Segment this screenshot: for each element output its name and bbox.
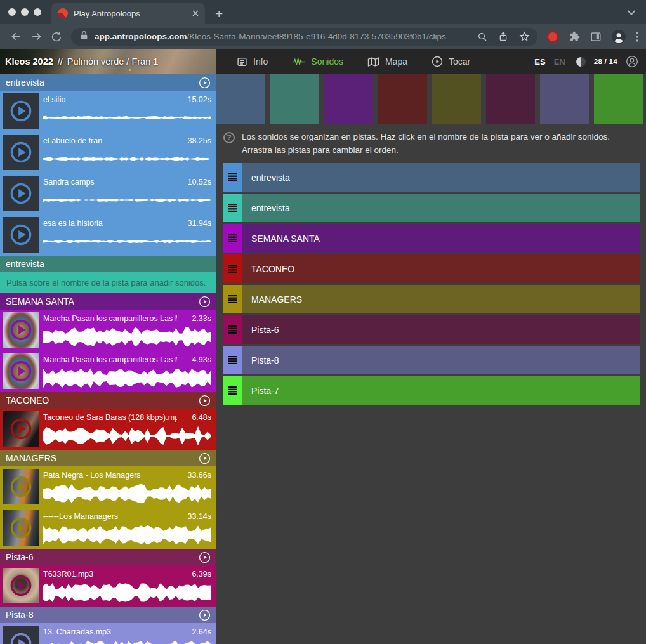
drag-handle[interactable] xyxy=(223,224,242,253)
window-zoom-button[interactable] xyxy=(34,8,41,16)
drag-handle[interactable] xyxy=(223,376,242,405)
track-header-label[interactable]: Pista-6 xyxy=(6,552,199,562)
drag-handle[interactable] xyxy=(223,254,242,283)
clip-item[interactable]: Marcha Pasan los campanilleros Las Mejor… xyxy=(0,310,216,351)
nav-mapa[interactable]: Mapa xyxy=(367,56,407,67)
clip-play-button[interactable] xyxy=(10,417,32,440)
clip-name: Sandra camps xyxy=(43,178,177,187)
drag-handle[interactable] xyxy=(223,163,242,192)
track-row-body[interactable]: Pista-8 xyxy=(242,346,640,374)
track-row-entrevista-0[interactable]: entrevista xyxy=(223,163,640,192)
lang-es-button[interactable]: ES xyxy=(534,57,545,67)
clip-play-button[interactable] xyxy=(10,319,32,341)
track-row-body[interactable]: SEMANA SANTA xyxy=(242,224,640,253)
drag-handle[interactable] xyxy=(223,315,242,344)
drag-handle[interactable] xyxy=(223,346,242,374)
nav-sonidos[interactable]: Sonidos xyxy=(292,56,343,67)
track-header[interactable]: entrevista xyxy=(0,74,216,91)
track-row-body[interactable]: entrevista xyxy=(242,163,640,192)
clip-item[interactable]: el abuelo de fran38.25s xyxy=(0,132,216,173)
clip-item[interactable]: ------Los Mananagers33.14s xyxy=(0,508,216,549)
clip-play-button[interactable] xyxy=(10,223,32,246)
clip-play-button[interactable] xyxy=(10,516,32,539)
sidebar-section-entrevista-1: entrevistaPulsa sobre el nombre de la pi… xyxy=(0,256,216,293)
window-close-button[interactable] xyxy=(8,8,16,16)
new-tab-button[interactable]: + xyxy=(205,7,223,24)
track-row-pista-6-5[interactable]: Pista-6 xyxy=(223,315,640,344)
profile-avatar[interactable] xyxy=(611,29,626,44)
breadcrumb-project[interactable]: Kleos 2022 xyxy=(5,56,53,67)
track-row-semana-santa-2[interactable]: SEMANA SANTA xyxy=(223,224,640,253)
tab-search-chevron-icon[interactable] xyxy=(627,6,646,24)
drag-handle[interactable] xyxy=(223,194,242,222)
track-row-taconeo-3[interactable]: TACONEO xyxy=(223,254,640,283)
track-header-label[interactable]: SEMANA SANTA xyxy=(6,296,199,306)
reload-button[interactable] xyxy=(47,27,66,46)
bookmark-star-icon[interactable] xyxy=(519,31,530,42)
track-header-label[interactable]: MANAGERS xyxy=(6,453,199,463)
extensions-puzzle-icon[interactable] xyxy=(569,30,581,43)
share-icon[interactable] xyxy=(498,31,508,42)
clip-item[interactable]: Sandra camps10.52s xyxy=(0,173,216,214)
track-header-label[interactable]: TACONEO xyxy=(6,395,199,405)
breadcrumb[interactable]: Kleos 2022//Pulmón verde / Fran 1 xyxy=(5,56,158,67)
clip-item[interactable]: Pata Negra - Los Managers33.66s xyxy=(0,466,216,508)
track-row-body[interactable]: Pista-7 xyxy=(242,376,640,405)
track-play-button[interactable] xyxy=(199,296,211,308)
account-icon[interactable] xyxy=(626,55,638,68)
clip-waveform xyxy=(43,114,211,122)
track-header-label[interactable]: entrevista xyxy=(6,77,199,88)
clip-item[interactable]: Marcha Pasan los campanilleros Las Mejor… xyxy=(0,351,216,392)
track-header[interactable]: SEMANA SANTA xyxy=(0,293,216,310)
track-header[interactable]: entrevista xyxy=(0,256,216,272)
window-minimize-button[interactable] xyxy=(21,8,29,16)
sidebar-section-managers-4: MANAGERSPata Negra - Los Managers33.66s-… xyxy=(0,450,216,549)
clip-item[interactable]: 13. Charradas.mp32.64s xyxy=(0,623,216,644)
track-play-button[interactable] xyxy=(199,77,211,89)
track-row-entrevista-1[interactable]: entrevista xyxy=(223,194,640,222)
clip-item[interactable]: esa es la historia31.94s xyxy=(0,214,216,256)
track-play-button[interactable] xyxy=(199,452,211,464)
clip-play-button[interactable] xyxy=(10,182,32,205)
tab-close-icon[interactable] xyxy=(192,10,199,16)
track-row-body[interactable]: Pista-6 xyxy=(242,315,640,344)
track-header[interactable]: Pista-8 xyxy=(0,607,216,623)
track-play-button[interactable] xyxy=(199,395,211,407)
record-extension-icon[interactable] xyxy=(548,32,557,41)
clip-item[interactable]: T633R01.mp36.39s xyxy=(0,565,216,607)
nav-tocar[interactable]: Tocar xyxy=(432,56,470,67)
track-header[interactable]: MANAGERS xyxy=(0,450,216,466)
track-row-managers-4[interactable]: MANAGERS xyxy=(223,285,640,313)
nav-info[interactable]: Info xyxy=(237,56,268,67)
clip-play-button[interactable] xyxy=(10,100,32,122)
clip-play-button[interactable] xyxy=(10,632,32,644)
clip-name: Taconeo de Sara Baras (128 kbps).mp3 xyxy=(43,413,177,422)
back-button[interactable] xyxy=(6,27,25,46)
track-header[interactable]: TACONEO xyxy=(0,392,216,409)
menu-dots-icon[interactable] xyxy=(636,32,638,42)
clip-play-button[interactable] xyxy=(10,360,32,383)
track-header-label[interactable]: entrevista xyxy=(6,259,211,269)
track-row-pista-8-6[interactable]: Pista-8 xyxy=(223,346,640,374)
lang-en-button[interactable]: EN xyxy=(554,57,565,67)
track-play-button[interactable] xyxy=(199,609,211,621)
track-row-label: SEMANA SANTA xyxy=(251,233,320,244)
drag-handle[interactable] xyxy=(223,285,242,313)
track-header[interactable]: Pista-6 xyxy=(0,549,216,565)
clip-play-button[interactable] xyxy=(10,574,32,597)
track-row-body[interactable]: entrevista xyxy=(242,194,640,222)
clip-play-button[interactable] xyxy=(10,475,32,498)
track-header-label[interactable]: Pista-8 xyxy=(6,610,199,620)
url-bar[interactable]: app.antropoloops.com/Kleos-Santa-Marina/… xyxy=(71,28,537,46)
track-row-body[interactable]: MANAGERS xyxy=(242,285,640,313)
clip-play-button[interactable] xyxy=(10,141,32,164)
forward-button[interactable] xyxy=(27,27,46,46)
track-play-button[interactable] xyxy=(199,551,211,563)
clip-item[interactable]: Taconeo de Sara Baras (128 kbps).mp36.48… xyxy=(0,409,216,450)
zoom-icon[interactable] xyxy=(477,32,487,42)
browser-tab[interactable]: Play Antropoloops xyxy=(51,3,205,24)
track-row-pista-7-7[interactable]: Pista-7 xyxy=(223,376,640,405)
track-row-body[interactable]: TACONEO xyxy=(242,254,640,283)
split-view-icon[interactable] xyxy=(590,31,602,43)
clip-item[interactable]: el sitio15.02s xyxy=(0,91,216,132)
